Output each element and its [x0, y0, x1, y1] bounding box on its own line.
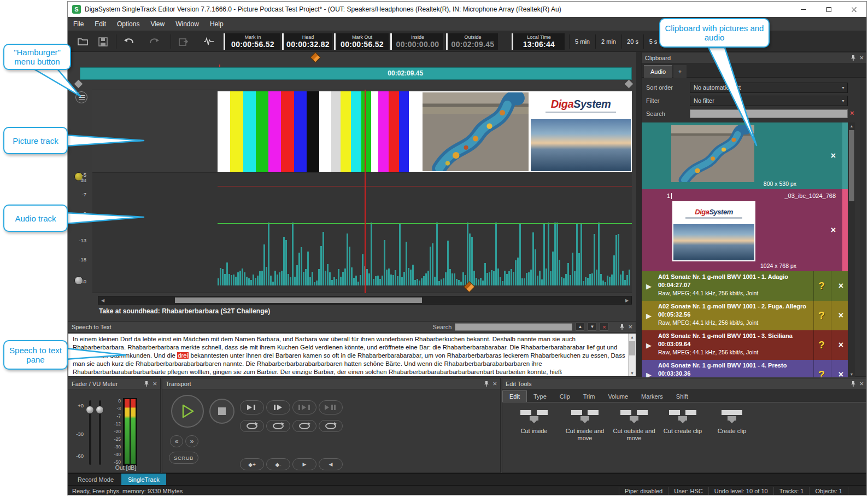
question-icon[interactable] — [814, 339, 829, 351]
search-down-icon[interactable]: ▼ — [588, 323, 596, 331]
remove-item-icon[interactable]: × — [838, 340, 843, 350]
tool-cut-inside[interactable]: Cut inside — [511, 409, 557, 435]
tool-cut-create-clip[interactable]: Cut create clip — [660, 409, 706, 435]
close-panel-icon[interactable]: × — [628, 323, 632, 330]
scroll-left-icon[interactable]: ◀ — [98, 296, 107, 304]
clipboard-scrollbar[interactable]: ▲ ▼ — [848, 122, 855, 377]
add-marker-button[interactable]: ◆+ — [240, 458, 264, 470]
skip-back-button[interactable]: « — [170, 435, 183, 447]
zoom-preset-2min[interactable]: 2 min — [595, 34, 621, 49]
soundhead-marker[interactable] — [310, 52, 321, 63]
menu-file[interactable]: File — [68, 20, 89, 28]
play-icon[interactable] — [646, 341, 652, 349]
range-diamond-right[interactable] — [625, 80, 634, 89]
scrollbar-thumb[interactable] — [629, 341, 635, 355]
close-panel-icon[interactable]: × — [859, 54, 864, 61]
export-icon[interactable] — [177, 35, 190, 48]
clipboard-item-picture[interactable]: 1 _03_ibc_1024_768 DigaSystem 1024 x 768… — [642, 189, 848, 271]
remove-item-icon[interactable]: × — [838, 281, 843, 291]
search-clear-icon[interactable]: × — [600, 323, 608, 331]
close-panel-icon[interactable]: × — [492, 380, 497, 387]
menu-help[interactable]: Help — [204, 20, 229, 28]
timeline-scrollbar[interactable]: ◀ ▶ — [98, 296, 632, 305]
picture-track[interactable]: DigaSystem — [92, 90, 632, 173]
search-clear-icon[interactable]: × — [850, 109, 854, 117]
lizard-mosaic-image[interactable] — [421, 91, 530, 172]
tab-edit[interactable]: Edit — [502, 390, 527, 402]
play-icon[interactable] — [646, 282, 652, 290]
audio-track[interactable] — [92, 173, 632, 293]
zoom-preset-5min[interactable]: 5 min — [569, 34, 595, 49]
clipboard-item-picture[interactable]: 800 x 530 px × — [642, 122, 848, 189]
tool-cut-outside-move[interactable]: Cut outside and move — [611, 409, 657, 442]
tab-markers[interactable]: Markers — [635, 391, 670, 402]
tool-create-clip[interactable]: Create clip — [709, 409, 755, 435]
loop-outside-button[interactable] — [292, 420, 316, 432]
menu-view[interactable]: View — [145, 20, 170, 28]
audio-waveform[interactable] — [218, 223, 632, 285]
speech-text-area[interactable]: In einem kleinen Dorf da lebte einst ein… — [68, 334, 636, 376]
clipboard-search-input[interactable] — [690, 109, 848, 118]
redo-icon[interactable] — [148, 35, 161, 48]
play-button[interactable] — [171, 395, 204, 428]
tool-cut-inside-move[interactable]: Cut inside and move — [562, 409, 608, 442]
clipboard-item-audio[interactable]: A04 Sonate Nr. 1 g-moll BWV 1001 - 4. Pr… — [642, 360, 848, 377]
play-from-in-button[interactable] — [266, 400, 290, 415]
loop-button[interactable] — [240, 420, 264, 432]
scroll-down-icon[interactable]: ▼ — [848, 371, 855, 377]
tab-shift[interactable]: Shift — [670, 391, 695, 402]
volume-envelope-line[interactable] — [218, 223, 632, 224]
remove-item-icon[interactable]: × — [838, 370, 843, 377]
prev-marker-button[interactable]: ◀ — [319, 458, 343, 470]
highlighted-word[interactable]: drei — [177, 352, 189, 359]
scroll-up-icon[interactable]: ▲ — [848, 122, 855, 129]
clipboard-item-audio[interactable]: A03 Sonate Nr. 1 g-moll BWV 1001 - 3. Si… — [642, 330, 848, 360]
add-tab-button[interactable]: + — [673, 65, 687, 78]
close-panel-icon[interactable]: × — [153, 380, 157, 387]
tab-type[interactable]: Type — [527, 391, 553, 402]
play-icon[interactable] — [646, 371, 652, 378]
loop-inside-button[interactable] — [266, 420, 290, 432]
close-panel-icon[interactable]: × — [859, 380, 864, 387]
search-up-icon[interactable]: ▲ — [576, 323, 584, 331]
maximize-button[interactable] — [816, 2, 841, 17]
tab-singletrack[interactable]: SingleTrack — [121, 474, 166, 486]
scroll-right-icon[interactable]: ▶ — [623, 296, 631, 304]
question-icon[interactable] — [814, 369, 829, 377]
colorbars-image[interactable] — [218, 91, 319, 172]
stop-button[interactable] — [209, 399, 234, 424]
pin-icon[interactable] — [851, 381, 856, 387]
open-icon[interactable] — [77, 35, 90, 48]
fader-knob-left[interactable] — [86, 406, 94, 414]
remove-marker-button[interactable]: ◆- — [266, 458, 290, 470]
scroll-down-icon[interactable]: ▼ — [629, 370, 636, 376]
pin-icon[interactable] — [851, 55, 856, 61]
scroll-up-icon[interactable]: ▲ — [629, 334, 636, 340]
fader-knob-icon[interactable] — [74, 276, 83, 285]
tab-record-mode[interactable]: Record Mode — [71, 474, 120, 486]
undo-icon[interactable] — [122, 35, 136, 48]
overview-range-bar[interactable]: 00:02:09.45 — [80, 67, 632, 80]
remove-item-icon[interactable]: × — [831, 225, 836, 235]
scrollbar-thumb[interactable] — [849, 130, 854, 201]
minimize-button[interactable] — [791, 2, 816, 17]
pin-icon[interactable] — [144, 381, 149, 387]
scrub-button[interactable]: SCRUB — [169, 452, 198, 464]
range-diamond-left[interactable] — [74, 80, 83, 89]
waveform-edit-icon[interactable] — [202, 35, 215, 48]
tab-trim[interactable]: Trim — [577, 391, 602, 402]
play-to-out-button[interactable] — [240, 400, 264, 415]
skip-forward-button[interactable]: » — [185, 435, 198, 447]
item-index[interactable]: 1 — [667, 192, 672, 199]
remove-item-icon[interactable]: × — [838, 311, 843, 320]
tab-audio[interactable]: Audio — [644, 65, 672, 78]
zoom-preset-20s[interactable]: 20 s — [621, 34, 643, 49]
fader-knob-right[interactable] — [96, 406, 104, 414]
pin-icon[interactable] — [484, 381, 489, 387]
next-marker-button[interactable]: ▶ — [292, 458, 316, 470]
digasystem-splash-image[interactable]: DigaSystem — [530, 91, 632, 172]
filter-dropdown[interactable]: No filter — [690, 96, 848, 106]
sort-order-dropdown[interactable]: No automatic sort — [690, 83, 848, 93]
hamburger-menu-button[interactable] — [75, 91, 87, 103]
clipboard-item-audio[interactable]: A01 Sonate Nr. 1 g-moll BWV 1001 - 1. Ad… — [642, 271, 848, 301]
